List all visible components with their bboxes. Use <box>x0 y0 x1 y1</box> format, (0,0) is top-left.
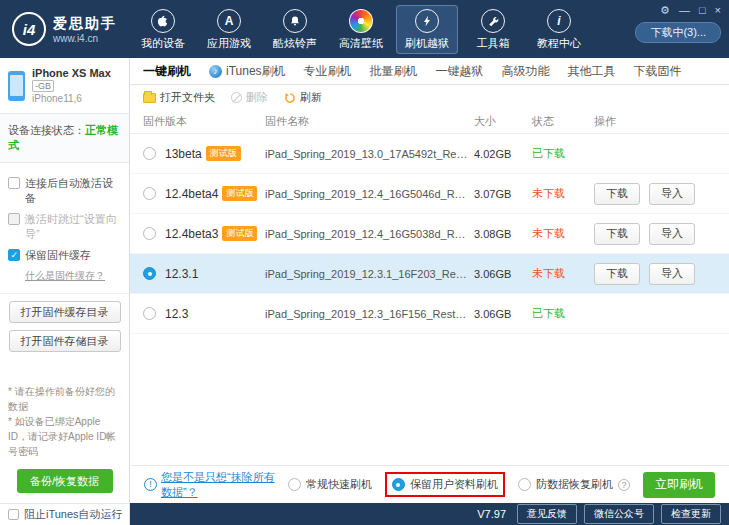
table-row[interactable]: 12.4beta4测试版 iPad_Spring_2019_12.4_16G50… <box>130 174 729 214</box>
nav-my-devices[interactable]: 我的设备 <box>132 5 194 54</box>
nav-label: 刷机越狱 <box>405 36 449 51</box>
beta-badge: 测试版 <box>206 146 241 161</box>
nav-toolbox[interactable]: 工具箱 <box>462 5 524 54</box>
statusbar: 阻止iTunes自动运行 V7.97 意见反馈 微信公众号 检查更新 <box>0 503 729 525</box>
tab-batch-flash[interactable]: 批量刷机 <box>361 58 427 84</box>
firmware-radio[interactable] <box>143 227 156 240</box>
import-button[interactable]: 导入 <box>649 223 695 245</box>
beta-badge: 测试版 <box>222 226 257 241</box>
download-button[interactable]: 下载 <box>594 183 640 205</box>
device-name: iPhone XS Max <box>32 67 111 79</box>
open-folder-button[interactable]: 打开文件夹 <box>143 90 215 105</box>
firmware-name: iPad_Spring_2019_13.0_17A5492t_Restore.i… <box>265 148 474 160</box>
connection-label: 设备连接状态： <box>8 124 85 136</box>
settings-gear-icon[interactable]: ⚙ <box>660 4 670 16</box>
tab-pro-flash[interactable]: 专业刷机 <box>295 58 361 84</box>
firmware-name: iPad_Spring_2019_12.4_16G5038d_Restore.i… <box>265 228 474 240</box>
nav-label: 教程中心 <box>537 36 581 51</box>
tab-other-tools[interactable]: 其他工具 <box>559 58 625 84</box>
delete-icon <box>231 92 242 103</box>
mode-normal-flash[interactable]: 常规快速刷机 <box>288 477 372 492</box>
checkbox-icon <box>8 177 20 189</box>
auto-activate-checkbox[interactable]: 连接后自动激活设备 <box>8 176 121 206</box>
block-itunes-checkbox[interactable]: 阻止iTunes自动运行 <box>0 503 130 525</box>
erase-data-link[interactable]: ! 您是不是只想“抹除所有数据”？ <box>144 470 275 500</box>
sidebar-options: 连接后自动激活设备 激活时跳过“设置向导” 保留固件缓存 什么是固件缓存？ <box>0 163 129 294</box>
bell-icon <box>283 9 307 33</box>
checkbox-icon <box>8 249 20 261</box>
nav-label: 工具箱 <box>477 36 510 51</box>
phone-icon <box>8 71 25 101</box>
itunes-icon: ♪ <box>209 65 222 78</box>
minimize-icon[interactable]: — <box>679 4 690 16</box>
tool-label: 刷新 <box>300 90 322 105</box>
download-button[interactable]: 下载 <box>594 223 640 245</box>
tab-download-firmware[interactable]: 下载固件 <box>625 58 691 84</box>
firmware-version: 13beta测试版 <box>165 146 265 161</box>
refresh-icon <box>284 92 296 104</box>
window-controls: ⚙ — □ × <box>660 4 721 16</box>
what-is-cache-link[interactable]: 什么是固件缓存？ <box>25 269 121 283</box>
close-icon[interactable]: × <box>715 4 721 16</box>
maximize-icon[interactable]: □ <box>699 4 706 16</box>
tab-advanced[interactable]: 高级功能 <box>493 58 559 84</box>
firmware-version: 12.4beta3测试版 <box>165 226 265 241</box>
sidebar-notes: * 请在操作前备份好您的数据 * 如设备已绑定Apple ID，请记录好Appl… <box>0 378 129 465</box>
downloading-button[interactable]: 下载中(3)... <box>635 22 721 43</box>
keep-cache-checkbox[interactable]: 保留固件缓存 <box>8 248 121 263</box>
import-button[interactable]: 导入 <box>649 183 695 205</box>
nav-wallpapers[interactable]: 高清壁纸 <box>330 5 392 54</box>
nav-tutorials[interactable]: i 教程中心 <box>528 5 590 54</box>
nav-label: 应用游戏 <box>207 36 251 51</box>
firmware-toolbar: 打开文件夹 删除 刷新 <box>130 85 729 110</box>
firmware-status: 未下载 <box>532 226 594 241</box>
main-nav: 我的设备 A 应用游戏 酷炫铃声 高清壁纸 刷机越狱 <box>132 5 590 54</box>
tab-one-click-jailbreak[interactable]: 一键越狱 <box>427 58 493 84</box>
tab-itunes-flash[interactable]: ♪iTunes刷机 <box>200 58 295 84</box>
delete-button[interactable]: 删除 <box>231 90 268 105</box>
header-version: 固件版本 <box>143 114 265 129</box>
feedback-button[interactable]: 意见反馈 <box>517 504 577 524</box>
refresh-button[interactable]: 刷新 <box>284 90 322 105</box>
note-line: * 请在操作前备份好您的数据 <box>8 384 121 414</box>
open-cache-dir-button[interactable]: 打开固件缓存目录 <box>9 301 121 323</box>
backup-restore-button[interactable]: 备份/恢复数据 <box>17 469 113 493</box>
checkbox-label: 连接后自动激活设备 <box>25 176 121 206</box>
mode-anti-recovery[interactable]: 防数据恢复刷机 ? <box>518 477 630 492</box>
table-row-selected[interactable]: 12.3.1 iPad_Spring_2019_12.3.1_16F203_Re… <box>130 254 729 294</box>
download-button[interactable]: 下载 <box>594 263 640 285</box>
firmware-radio[interactable] <box>143 307 156 320</box>
firmware-radio[interactable] <box>143 147 156 160</box>
empty-area <box>130 334 729 465</box>
table-row[interactable]: 12.3 iPad_Spring_2019_12.3_16F156_Restor… <box>130 294 729 334</box>
checkbox-icon <box>8 213 20 225</box>
firmware-size: 3.08GB <box>474 228 532 240</box>
nav-apps-games[interactable]: A 应用游戏 <box>198 5 260 54</box>
import-button[interactable]: 导入 <box>649 263 695 285</box>
row-actions: 下载 导入 <box>594 183 716 205</box>
app-logo: i4 爱思助手 www.i4.cn <box>0 12 130 46</box>
firmware-radio[interactable] <box>143 187 156 200</box>
nav-label: 高清壁纸 <box>339 36 383 51</box>
firmware-name: iPad_Spring_2019_12.4_16G5046d_Restore.i… <box>265 188 474 200</box>
mode-label: 保留用户资料刷机 <box>410 477 498 492</box>
wechat-account-button[interactable]: 微信公众号 <box>584 504 654 524</box>
note-line: * 如设备已绑定Apple ID，请记录好Apple ID帐号密码 <box>8 414 121 459</box>
help-icon[interactable]: ? <box>618 479 630 491</box>
flash-icon <box>415 9 439 33</box>
table-row[interactable]: 13beta测试版 iPad_Spring_2019_13.0_17A5492t… <box>130 134 729 174</box>
tab-label: 专业刷机 <box>304 63 352 80</box>
open-storage-dir-button[interactable]: 打开固件存储目录 <box>9 330 121 352</box>
firmware-radio[interactable] <box>143 267 156 280</box>
nav-flash-jailbreak[interactable]: 刷机越狱 <box>396 5 458 54</box>
skip-setup-checkbox[interactable]: 激活时跳过“设置向导” <box>8 212 121 242</box>
tab-one-click-flash[interactable]: 一键刷机 <box>134 58 200 84</box>
checkbox-label: 保留固件缓存 <box>25 248 91 263</box>
alert-icon: ! <box>144 478 157 491</box>
check-update-button[interactable]: 检查更新 <box>661 504 721 524</box>
table-row[interactable]: 12.4beta3测试版 iPad_Spring_2019_12.4_16G50… <box>130 214 729 254</box>
nav-ringtones[interactable]: 酷炫铃声 <box>264 5 326 54</box>
mode-keep-user-data[interactable]: 保留用户资料刷机 <box>385 472 505 497</box>
topbar: i4 爱思助手 www.i4.cn 我的设备 A 应用游戏 酷炫铃声 <box>0 0 729 58</box>
flash-now-button[interactable]: 立即刷机 <box>643 472 715 498</box>
